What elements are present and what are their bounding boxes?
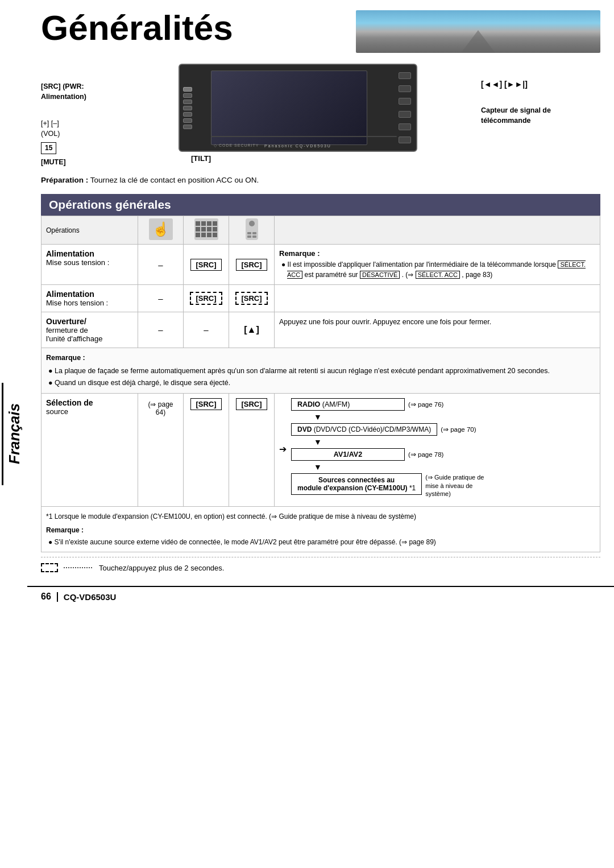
page-num-box: 15 [41,142,56,154]
source-select-row: Sélection de source (⇒ page 64) [SRC] [S… [42,394,600,507]
source-select-front: [SRC] [184,394,229,507]
power-off-front: [SRC] [184,284,229,312]
page-title: Généralités [41,10,600,46]
open-close-operation: Ouverture/ fermeture de l'unité d'affich… [42,312,138,348]
col-touch-header: ☝ [138,216,184,245]
power-on-touch: – [138,245,184,285]
power-off-touch: – [138,284,184,312]
section-header: Opérations générales [41,194,600,216]
source-select-operation: Sélection de source [42,394,138,507]
open-close-note: Appuyez une fois pour ouvrir. Appuyez en… [275,312,600,348]
table-header-row: Opérations ☝ [42,216,600,245]
page-number: 66 [41,592,51,602]
power-off-note [275,284,600,312]
src-pwr-label: [SRC] (PWR: Alimentation) [41,82,115,102]
remote-sensor-label: Capteur de signal de télécommande [481,106,600,126]
device-labels-left: [SRC] (PWR: Alimentation) [+] [–] (VOL) … [41,64,115,167]
bottom-legend: Touchez/appuyez plus de 2 secondes. [41,557,600,578]
device-labels-right: [◄◄] [►►|] Capteur de signal de télécomm… [481,64,600,126]
model-number: CQ-VD6503U [57,592,117,602]
col-remote-header [229,216,275,245]
mute-label: [MUTE] [41,158,115,168]
source-footnote-row: *1 Lorsque le module d'expansion (CY-EM1… [42,507,600,552]
prev-next-label: [◄◄] [►►|] [481,80,600,89]
open-close-front: – [184,312,229,348]
source-select-flow: ➔ RADIO (AM/FM) (⇒ page 76) ▼ [275,394,600,507]
power-off-remote: [SRC] [229,284,275,312]
open-close-touch: – [138,312,184,348]
open-close-remote: [▲] [229,312,275,348]
source-select-touch: (⇒ page 64) [138,394,184,507]
source-select-remote: [SRC] [229,394,275,507]
preparation-line: Préparation : Tournez la clé de contact … [41,175,600,186]
vol-label: [+] [–] (VOL) [41,119,115,139]
power-on-remote: [SRC] [229,245,275,285]
device-section: [SRC] (PWR: Alimentation) [+] [–] (VOL) … [41,64,600,167]
dots-line [64,567,92,568]
device-image: ◇ CODE SECURITY Panasonic CQ-VD6503U [TI… [123,64,473,163]
power-on-note: Remarque : ● Il est impossible d'appliqu… [275,245,600,285]
power-on-front: [SRC] [184,245,229,285]
sidebar-language-label: Français [0,0,27,868]
open-close-remark-row: Remarque : ● La plaque de façade se ferm… [42,348,600,393]
operations-table: Opérations ☝ [41,216,600,552]
open-close-row: Ouverture/ fermeture de l'unité d'affich… [42,312,600,348]
page-footer: 66 CQ-VD6503U [27,586,614,606]
col-note-header [275,216,600,245]
power-off-operation: Alimentation Mise hors tension : [42,284,138,312]
dashed-box-legend [41,563,58,572]
power-on-row: Alimentation Mise sous tension : – [SRC]… [42,245,600,285]
page-title-block: Généralités [41,10,600,56]
tilt-label: [TILT] [191,154,211,163]
power-on-operation: Alimentation Mise sous tension : [42,245,138,285]
col-operations-header: Opérations [42,216,138,245]
col-front-header [184,216,229,245]
power-off-row: Alimentation Mise hors tension : – [SRC]… [42,284,600,312]
